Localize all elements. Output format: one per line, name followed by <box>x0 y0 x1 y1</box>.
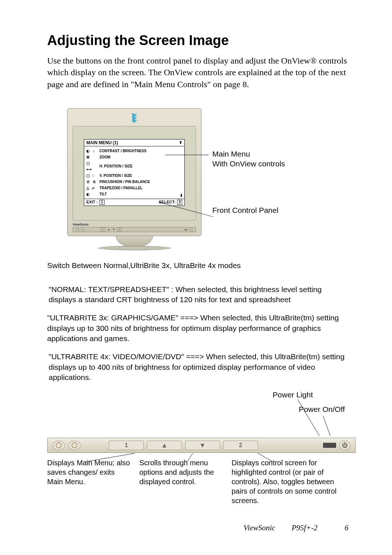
brightness-knob-2[interactable] <box>68 441 81 450</box>
arrow-up-icon: ⬆ <box>179 140 182 145</box>
osd-item-label: PINCUSHION / PIN BALANCE <box>99 179 150 185</box>
button-down[interactable]: ▼ <box>185 441 220 450</box>
osd-main-menu: MAIN MENU (1) ⬆ ◐ ☼CONTRAST / BRIGHTNESS… <box>84 139 185 206</box>
monitor-side-labels: Main Menu With OnView controls Front Con… <box>212 108 285 215</box>
osd-select-key: 2 <box>177 200 182 205</box>
footer-brand: ViewSonic <box>244 523 275 532</box>
label-main-menu: Main Menu <box>212 149 285 159</box>
osd-item-icon: ▢ ⟷ <box>86 160 97 173</box>
monitor-front-controls: ◯◯ 1 ▲▼ 2 ▬◯ <box>73 227 196 232</box>
svg-line-1 <box>323 416 330 436</box>
power-light-indicator <box>323 443 336 448</box>
osd-item-label: CONTRAST / BRIGHTNESS <box>99 148 146 154</box>
osd-item-icon: ▢ ↕ <box>86 173 97 179</box>
osd-select-label: SELECT: <box>159 200 176 204</box>
intro-paragraph: Use the buttons on the front control pan… <box>47 55 356 90</box>
label-onview-controls: With OnView controls <box>212 159 285 169</box>
osd-item-icon: ◐ ☼ <box>86 148 97 154</box>
osd-item-label: H. POSITION / SIZE <box>99 163 132 169</box>
osd-menu-item: ▢ ⟷H. POSITION / SIZE <box>86 160 182 173</box>
button-1[interactable]: 1 <box>109 441 144 450</box>
callout-arrows: Scrolls through menu options and adjusts… <box>139 458 223 505</box>
osd-item-icon: ⊞ <box>86 154 97 160</box>
svg-point-7 <box>72 443 77 448</box>
osd-menu-item: ▢ ↕V. POSITION / SIZE <box>86 173 182 179</box>
osd-exit-label: EXIT : <box>86 200 98 204</box>
monitor-brand-label: ViewSonic <box>73 223 196 226</box>
callout-button-1: Displays Main Menu; also saves changes/ … <box>47 458 131 505</box>
arrow-down-icon: ⬇ <box>180 193 183 198</box>
osd-item-label: TRAPEZOID / PARALLEL <box>99 185 143 191</box>
osd-item-icon: ⫛ ⫛ <box>86 179 97 185</box>
svg-point-2 <box>56 443 61 448</box>
button-2[interactable]: 2 <box>223 441 258 450</box>
label-power-light: Power Light <box>273 390 313 399</box>
callout-button-2: Displays control screen for highlighted … <box>232 458 340 505</box>
mode-ub3x-desc: "ULTRABRITE 3x: GRAPHICS/GAME" ===> When… <box>47 313 345 344</box>
mode-normal-desc: "NORMAL: TEXT/SPREADSHEET" : When select… <box>49 284 346 305</box>
button-up[interactable]: ▲ <box>147 441 182 450</box>
footer-page-number: 6 <box>319 523 348 532</box>
osd-menu-item: ◐TILT <box>86 191 182 197</box>
monitor-illustration: 🐦🐦🐦 MAIN MENU (1) ⬆ ◐ ☼CONTRAST / BRIGHT… <box>67 108 201 250</box>
mode-ub4x-desc: "ULTRABRITE 4x: VIDEO/MOVIE/DVD" ===> Wh… <box>49 352 346 382</box>
label-power-onoff: Power On/Off <box>299 405 345 414</box>
osd-item-label: ZOOM <box>99 154 110 160</box>
osd-menu-item: ◐ ☼CONTRAST / BRIGHTNESS <box>86 148 182 154</box>
power-labels-area: Power Light Power On/Off <box>47 390 345 438</box>
osd-exit-key: 1 <box>99 200 105 205</box>
front-panel-strip: 1 ▲ ▼ 2 ⏻ <box>47 438 356 453</box>
osd-menu-item: △ ▱TRAPEZOID / PARALLEL <box>86 185 182 191</box>
osd-title-text: MAIN MENU (1) <box>86 140 118 145</box>
osd-item-label: V. POSITION / SIZE <box>99 173 132 179</box>
osd-item-icon: ◐ <box>86 191 97 197</box>
page-footer: ViewSonic P95f+-2 6 <box>47 523 356 532</box>
viewsonic-birds-icon: 🐦🐦🐦 <box>129 114 140 122</box>
page-title: Adjusting the Screen Image <box>47 33 356 48</box>
footer-model: P95f+-2 <box>291 523 317 532</box>
brightness-knob-1[interactable] <box>53 441 65 450</box>
osd-menu-item: ⫛ ⫛PINCUSHION / PIN BALANCE <box>86 179 182 185</box>
label-front-control-panel: Front Control Panel <box>212 205 285 215</box>
power-button[interactable]: ⏻ <box>339 441 350 450</box>
osd-item-label: TILT <box>99 191 107 197</box>
osd-item-icon: △ ▱ <box>86 185 97 191</box>
switch-modes-note: Switch Between Normal,UltriBrite 3x, Ult… <box>47 261 356 270</box>
